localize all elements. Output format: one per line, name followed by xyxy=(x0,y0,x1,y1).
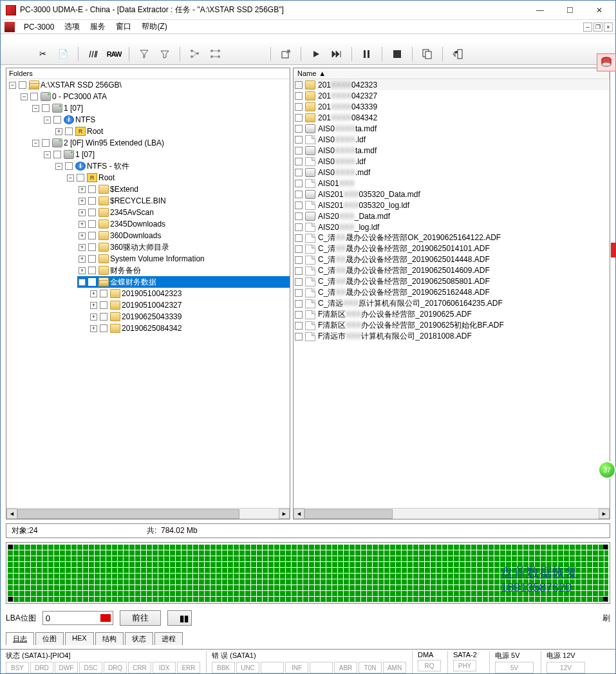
file-row[interactable]: AIS0XXXX.ldf xyxy=(294,134,610,145)
folders-hscrollbar[interactable]: ◄► xyxy=(6,508,290,519)
stop-button[interactable] xyxy=(387,46,407,62)
expand-icon[interactable]: + xyxy=(90,325,97,332)
exit-button[interactable] xyxy=(448,46,467,62)
file-row[interactable]: 201XXXX084342 xyxy=(294,112,610,123)
checkbox[interactable] xyxy=(88,278,96,286)
checkbox[interactable] xyxy=(295,278,303,286)
tab-bitmap[interactable]: 位图 xyxy=(35,632,64,645)
tree-p21[interactable]: 1 [07] xyxy=(75,150,95,159)
checkbox[interactable] xyxy=(295,191,303,198)
graph1-button[interactable] xyxy=(185,46,205,62)
expand-icon[interactable]: − xyxy=(21,93,28,100)
checkbox[interactable] xyxy=(295,234,303,242)
expand-icon[interactable]: − xyxy=(79,279,86,286)
tree-item[interactable]: + $Extend xyxy=(77,183,290,195)
expand-icon[interactable]: + xyxy=(79,244,86,251)
expand-icon[interactable]: + xyxy=(90,314,97,321)
checkbox[interactable] xyxy=(53,151,61,158)
expand-icon[interactable]: + xyxy=(90,302,97,309)
expand-icon[interactable]: − xyxy=(44,151,51,158)
filter-button[interactable] xyxy=(155,46,174,62)
tree-item[interactable]: + System Volume Information xyxy=(77,253,290,265)
checkbox[interactable] xyxy=(65,127,73,135)
file-row[interactable]: AIS20XXX_Data.mdf xyxy=(294,211,610,221)
file-row[interactable]: C_清远XXX原计算机有限公司_20170606164235.ADF xyxy=(294,298,610,309)
tree-ata[interactable]: 0 - PC3000 ATA xyxy=(52,92,107,101)
file-row[interactable]: C_清XX晟办公设备经营部_20190625085801.ADF xyxy=(294,276,610,287)
expand-icon[interactable]: − xyxy=(9,82,16,89)
file-row[interactable]: F清新区XXX办公设备经营部_20190625.ADF xyxy=(294,309,610,320)
mdi-restore-button[interactable]: ❐ xyxy=(593,23,602,32)
raw-button[interactable]: RAW xyxy=(104,46,124,62)
tab-hex[interactable]: HEX xyxy=(65,632,94,645)
pause-button[interactable] xyxy=(357,46,377,62)
skip-button[interactable] xyxy=(327,46,346,62)
file-row[interactable]: AIS201XXX035320_log.ldf xyxy=(294,200,610,211)
checkbox[interactable] xyxy=(295,289,303,297)
mdi-close-button[interactable]: × xyxy=(604,23,613,32)
expand-icon[interactable]: + xyxy=(79,209,86,216)
checkbox[interactable] xyxy=(295,114,303,122)
file-row[interactable]: 201XXXX042327 xyxy=(294,90,610,101)
checkbox[interactable] xyxy=(295,245,303,253)
checkbox[interactable] xyxy=(100,290,107,297)
checkbox[interactable] xyxy=(295,212,303,220)
database-side-button[interactable] xyxy=(597,53,616,71)
document-button[interactable]: 📄 xyxy=(53,46,73,62)
file-row[interactable]: AIS20XXX_log.ldf xyxy=(294,221,610,232)
file-row[interactable]: F清新区XXX办公设备经营部_20190625初始化BF.ADF xyxy=(294,320,610,331)
tree-p1[interactable]: 1 [07] xyxy=(64,104,83,113)
expand-icon[interactable]: + xyxy=(79,232,86,239)
file-row[interactable]: AIS0XXXX.mdf xyxy=(294,167,610,178)
expand-icon[interactable]: + xyxy=(90,290,97,297)
checkbox[interactable] xyxy=(88,197,96,205)
expand-icon[interactable]: + xyxy=(79,256,86,263)
file-row[interactable]: AIS01XXX xyxy=(294,178,610,189)
checkbox[interactable] xyxy=(295,81,303,89)
checkbox[interactable] xyxy=(42,104,50,112)
file-row[interactable]: C_清XX晟办公设备经营部_20190625014448.ADF xyxy=(294,254,610,265)
expand-icon[interactable]: − xyxy=(44,117,51,124)
checkbox[interactable] xyxy=(100,301,107,309)
expand-icon[interactable]: + xyxy=(79,186,86,193)
menu-help[interactable]: 帮助(Z) xyxy=(138,20,171,33)
file-row[interactable]: AIS0XXXX.ldf xyxy=(294,156,610,167)
tab-struct[interactable]: 结构 xyxy=(95,632,124,645)
tree-item[interactable]: + 财务备份 xyxy=(77,265,290,276)
checkbox[interactable] xyxy=(88,209,96,216)
mdi-minimize-button[interactable]: – xyxy=(583,23,592,32)
checkbox[interactable] xyxy=(42,139,50,147)
checkbox[interactable] xyxy=(88,232,96,239)
checkbox[interactable] xyxy=(100,313,107,321)
checkbox[interactable] xyxy=(295,136,303,144)
file-row[interactable]: AIS0XXXXta.mdf xyxy=(294,123,610,134)
tree-ntfs2[interactable]: NTFS - 软件 xyxy=(87,161,129,172)
checkbox[interactable] xyxy=(295,322,303,330)
tree-item[interactable]: + 20190510042323 xyxy=(89,288,290,299)
tree-item[interactable]: + 2345Downloads xyxy=(77,218,290,230)
red-side-tab[interactable] xyxy=(611,243,616,257)
checkbox[interactable] xyxy=(88,267,96,274)
lba-pause-button[interactable]: ▮▮ xyxy=(167,610,192,626)
files-hscrollbar[interactable]: ◄► xyxy=(294,508,610,519)
checkbox[interactable] xyxy=(295,223,303,231)
checkbox[interactable] xyxy=(77,174,84,182)
checkbox[interactable] xyxy=(88,220,96,228)
tab-process[interactable]: 进程 xyxy=(154,632,183,645)
tree-ntfs1[interactable]: NTFS xyxy=(75,115,95,124)
minimize-button[interactable]: ― xyxy=(525,1,555,19)
export-button[interactable] xyxy=(276,46,295,62)
play-button[interactable] xyxy=(306,46,326,62)
tree-root[interactable]: A:\XSTAR SSD 256GB\ xyxy=(41,80,122,89)
checkbox[interactable] xyxy=(295,180,303,187)
checkbox[interactable] xyxy=(295,158,303,165)
checkbox[interactable] xyxy=(295,103,303,111)
close-button[interactable]: ✕ xyxy=(584,1,614,19)
file-row[interactable]: 201XXXX043339 xyxy=(294,101,610,112)
expand-icon[interactable]: + xyxy=(79,221,86,228)
menu-options[interactable]: 选项 xyxy=(61,20,84,33)
green-badge[interactable]: 37 xyxy=(598,461,616,479)
checkbox[interactable] xyxy=(53,116,61,124)
file-row[interactable]: C_清XX晟办公设备经营部OK_20190625164122.ADF xyxy=(294,232,610,243)
menu-app[interactable]: PC-3000 xyxy=(20,21,58,33)
